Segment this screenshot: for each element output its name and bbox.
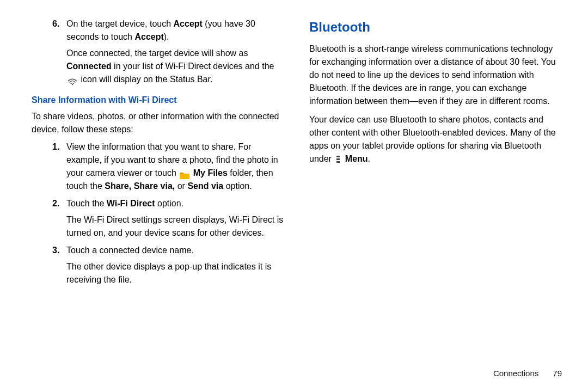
left-column: 6. On the target device, touch Accept (y… bbox=[32, 17, 287, 359]
page-footer: Connections79 bbox=[493, 369, 562, 378]
text: The Wi-Fi Direct settings screen display… bbox=[66, 215, 283, 237]
text: . bbox=[368, 154, 370, 163]
bold-text: Accept bbox=[134, 32, 163, 41]
svg-point-0 bbox=[72, 84, 73, 85]
text: option. bbox=[155, 199, 183, 208]
list-number: 3. bbox=[52, 244, 66, 286]
bold-text: Menu bbox=[345, 154, 368, 163]
list-number: 1. bbox=[52, 140, 66, 193]
text: Touch a connected device name. bbox=[66, 246, 194, 255]
subsection-heading: Share Information with Wi-Fi Direct bbox=[32, 94, 287, 107]
list-body: Touch a connected device name. The other… bbox=[66, 244, 287, 286]
list-number: 2. bbox=[52, 197, 66, 240]
bold-text: Share, Share via, bbox=[105, 181, 175, 191]
list-item-2: 2. Touch the Wi-Fi Direct option. The Wi… bbox=[52, 197, 287, 240]
text: Touch the bbox=[66, 199, 107, 208]
paragraph: Your device can use Bluetooth to share p… bbox=[309, 113, 565, 166]
text: Once connected, the target device will s… bbox=[66, 48, 248, 58]
text: option. bbox=[223, 181, 252, 191]
text: icon will display on the Status Bar. bbox=[81, 75, 212, 84]
section-heading: Bluetooth bbox=[309, 17, 565, 37]
bold-text: Accept bbox=[174, 19, 203, 28]
bold-text: My Files bbox=[193, 168, 228, 177]
footer-section: Connections bbox=[493, 369, 538, 378]
intro-text: To share videos, photos, or other inform… bbox=[32, 110, 287, 136]
text: On the target device, touch bbox=[66, 19, 174, 28]
list-body: Touch the Wi-Fi Direct option. The Wi-Fi… bbox=[66, 197, 287, 240]
list-item-1: 1. View the information that you want to… bbox=[52, 140, 287, 193]
wifi-direct-icon bbox=[68, 76, 77, 84]
text: in your list of Wi-Fi Direct devices and… bbox=[112, 62, 274, 71]
folder-icon bbox=[180, 170, 189, 177]
bold-text: Connected bbox=[66, 62, 112, 71]
list-body: On the target device, touch Accept (you … bbox=[66, 17, 287, 86]
text: ). bbox=[164, 32, 169, 41]
bold-text: Wi-Fi Direct bbox=[107, 199, 155, 208]
text: or bbox=[175, 181, 187, 191]
page-content: 6. On the target device, touch Accept (y… bbox=[0, 0, 588, 359]
list-item-3: 3. Touch a connected device name. The ot… bbox=[52, 244, 287, 286]
right-column: Bluetooth Bluetooth is a short-range wir… bbox=[309, 17, 565, 359]
menu-icon bbox=[335, 156, 341, 163]
list-item-6: 6. On the target device, touch Accept (y… bbox=[52, 17, 287, 86]
text: The other device displays a pop-up that … bbox=[66, 262, 271, 284]
footer-page-number: 79 bbox=[553, 369, 562, 378]
bold-text: Send via bbox=[187, 181, 223, 191]
list-body: View the information that you want to sh… bbox=[66, 140, 287, 193]
paragraph: Bluetooth is a short-range wireless comm… bbox=[309, 42, 565, 108]
list-number: 6. bbox=[52, 17, 66, 86]
